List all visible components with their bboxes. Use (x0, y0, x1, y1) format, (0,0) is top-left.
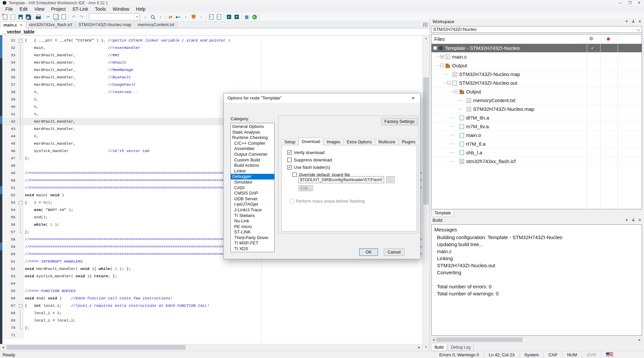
menu-stlink[interactable]: ST-Link (69, 6, 91, 13)
tree-item-stm32h743zi-nucleo-map[interactable]: STM32H743ZI-Nucleo.map (432, 105, 642, 114)
code-line-69[interactable]: 69 local_i = local_i; (2, 317, 422, 324)
checkbox-use-flash-loader-s-[interactable]: ✓Use flash loader(s) (287, 165, 330, 170)
fold-margin[interactable]: - (18, 37, 23, 44)
category-item-i-jet-jtagjet[interactable]: I-jet/JTAGjet (231, 202, 274, 207)
code-line-67[interactable]: 67-{ int local_i; //local_i requires ext… (2, 302, 422, 309)
dialog-titlebar[interactable]: Options for node "Template" ✕ (224, 93, 420, 103)
code-line-33[interactable]: 33 HardFault_Handler, //NMI (2, 52, 422, 59)
category-item-third-party-driver[interactable]: Third-Party Driver (231, 235, 274, 241)
menu-edit[interactable]: Edit (16, 6, 31, 13)
dialog-tab-download[interactable]: Download (299, 138, 324, 145)
category-item-ti-msp-fet[interactable]: TI MSP-FET (231, 240, 274, 246)
print-icon[interactable] (34, 13, 42, 21)
search-combobox[interactable]: ▾ (89, 13, 140, 20)
tree-item-dl7m-tln-a[interactable]: dl7M_tln.a (432, 114, 642, 122)
category-item-linker[interactable]: Linker (231, 168, 274, 174)
workspace-close-icon[interactable]: ✕ (638, 19, 641, 24)
new-document-icon[interactable] (1, 13, 9, 21)
code-line-36[interactable]: 36 HardFault_Handler, //BusFault (2, 74, 422, 81)
category-item-cadi[interactable]: CADI (231, 185, 274, 191)
dialog-tab-images[interactable]: Images (324, 139, 343, 145)
navigate-swap-icon[interactable]: ⇄ (167, 13, 174, 21)
debug-without-downloading-icon[interactable] (233, 13, 241, 21)
tree-item-stm32h743zi-nucleo-out[interactable]: -STM32H743ZI-Nucleo.out (432, 79, 642, 87)
editor-tab-stm32h743zi-nucleo-map[interactable]: STM32H743ZI-Nucleo.map (75, 21, 134, 28)
navigate-forward-icon[interactable] (215, 13, 223, 21)
scroll-down-icon[interactable]: ▼ (422, 344, 430, 350)
find-previous-icon[interactable]: ‹ (141, 13, 149, 21)
category-item-runtime-checking[interactable]: Runtime Checking (231, 135, 274, 141)
ok-button[interactable]: OK (359, 248, 378, 256)
category-item-st-link[interactable]: ST-LINK (231, 229, 274, 235)
panel-tab-build[interactable]: Build (431, 344, 447, 351)
tree-item-main-o[interactable]: main.o (432, 131, 642, 140)
horizontal-scroll-thumb[interactable] (7, 345, 186, 350)
panel-tab-debug-log[interactable]: Debug Log (448, 344, 474, 351)
code-line-64[interactable]: 64 (2, 280, 422, 287)
function-selector-bar[interactable]: __vector_table (0, 28, 430, 35)
tree-item-rt7m-tl-a[interactable]: rt7M_tl.a (432, 140, 642, 148)
collapse-icon[interactable]: - (433, 46, 437, 50)
tree-item-output[interactable]: -Output (432, 87, 642, 96)
minimize-icon[interactable]: — (619, 1, 622, 5)
code-line-66[interactable]: 66void end( void ) //EACH function call … (2, 295, 422, 302)
editor-tab-stm32h743xx-flash-icf[interactable]: stm32h743xx_flash.icf (26, 21, 76, 28)
scroll-right-icon[interactable]: ▶ (639, 338, 641, 342)
run-to-cursor-icon[interactable]: ▶≡ (174, 13, 182, 21)
code-line-32[interactable]: 32 main, //resetHandler (2, 44, 422, 52)
cut-icon[interactable]: ✂ (44, 13, 52, 21)
category-item-nu-link[interactable]: Nu-Link (231, 218, 274, 224)
browse-button[interactable]: ... (386, 176, 395, 183)
menu-help[interactable]: Help (132, 6, 149, 13)
pin-icon[interactable] (632, 20, 635, 23)
tree-item-main-c[interactable]: +main.c (432, 53, 642, 61)
checkbox-verify-download[interactable]: ✓Verify download (287, 150, 325, 155)
menu-file[interactable]: File (2, 6, 16, 13)
code-line-37[interactable]: 37 HardFault_Handler, //UsageFault (2, 81, 422, 88)
download-and-debug-icon[interactable] (225, 13, 233, 21)
chevron-down-icon[interactable]: ▼ (625, 218, 628, 222)
category-item-static-analysis[interactable]: Static Analysis (231, 130, 274, 135)
redo-icon[interactable]: ↷ (78, 13, 85, 21)
category-item-build-actions[interactable]: Build Actions (231, 163, 274, 168)
build-horizontal-scrollbar[interactable]: ◀ ▶ (431, 337, 642, 343)
edit-button[interactable]: Edit... (298, 185, 313, 191)
dialog-tab-plugins[interactable]: Plugins (399, 139, 419, 145)
workspace-header[interactable]: Workspace ▼ ✕ (430, 18, 644, 24)
category-item-assembler[interactable]: Assembler (231, 146, 274, 152)
category-item-output-converter[interactable]: Output Converter (231, 152, 274, 157)
editor-tab-main-c[interactable]: main.c✕ (0, 21, 26, 28)
scroll-up-icon[interactable]: ▲ (423, 37, 430, 40)
category-item-general-options[interactable]: General Options (231, 124, 274, 130)
tree-item-stm32h743xx-flash-icf[interactable]: stm32h743xx_flash.icf (432, 157, 642, 166)
tab-close-icon[interactable]: ✕ (20, 22, 22, 28)
code-line-62[interactable]: 62void HardFault_Handler( void ){ while(… (2, 265, 422, 273)
menu-tools[interactable]: Tools (92, 6, 109, 13)
factory-settings-button[interactable]: Factory Settings (381, 118, 418, 125)
scroll-right-icon[interactable]: ▶ (417, 346, 422, 349)
menu-project[interactable]: Project (48, 6, 69, 13)
save-icon[interactable] (17, 13, 24, 21)
code-line-31[interactable]: 31-{ { .__ptr = __sfe( "CSTACK" ) }, //g… (2, 37, 422, 44)
menu-window[interactable]: Window (109, 6, 133, 13)
gear-icon[interactable]: ⚙ (589, 36, 593, 41)
scroll-left-icon[interactable]: ◀ (433, 338, 435, 342)
maximize-icon[interactable]: ❐ (628, 1, 632, 5)
category-item-debugger[interactable]: Debugger (231, 174, 274, 180)
go-icon[interactable]: ▶ (251, 13, 258, 21)
scroll-left-icon[interactable]: ◀ (1, 346, 5, 349)
paste-icon[interactable] (60, 13, 68, 21)
code-line-65[interactable]: 65//==== FUNCTION BODIES (2, 287, 422, 295)
category-item-ti-xds[interactable]: TI XDS (231, 246, 274, 252)
editor-tab-memorycontent-txt[interactable]: memoryContent.txt (134, 21, 178, 28)
workspace-tab-template[interactable]: Template (432, 210, 454, 217)
tree-item-m7m-tlv-a[interactable]: m7M_tlv.a (432, 122, 642, 131)
tree-item-template-stm32h743zi-nucleo[interactable]: -Template - STM32H743ZI-Nucleo✓ (432, 44, 642, 53)
previous-bookmark-icon[interactable]: ‹ (182, 13, 190, 21)
build-header[interactable]: Build ▼ ✕ (430, 217, 644, 223)
code-line-35[interactable]: 35 HardFault_Handler, //MemManage (2, 66, 422, 74)
dialog-close-icon[interactable]: ✕ (406, 93, 420, 103)
make-icon[interactable]: ▦ (243, 13, 251, 21)
category-item-pe-micro[interactable]: PE micro (231, 224, 274, 230)
fold-margin[interactable]: - (18, 199, 23, 206)
